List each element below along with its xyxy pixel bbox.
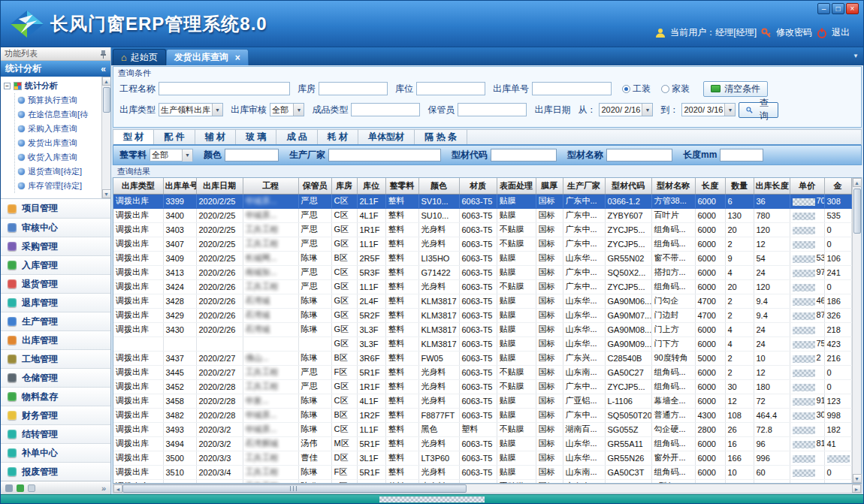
column-header[interactable]: 数量 <box>725 178 754 194</box>
color-input[interactable] <box>225 149 279 161</box>
column-header[interactable]: 库房 <box>331 178 357 194</box>
column-header[interactable]: 保管员 <box>298 178 331 194</box>
column-header[interactable]: 出库单号 <box>163 178 196 194</box>
scroll-down-icon[interactable]: ▼ <box>853 474 862 483</box>
pin-icon[interactable] <box>100 50 107 59</box>
column-header[interactable]: 型材代码 <box>605 178 651 194</box>
query-button[interactable]: 查 询 <box>739 102 778 118</box>
radio-homewear[interactable]: 家装 <box>661 83 690 95</box>
column-header[interactable]: 材质 <box>459 178 497 194</box>
column-header[interactable]: 工程 <box>243 178 298 194</box>
keeper-input[interactable] <box>458 103 527 116</box>
tab-shipping-outbound-query[interactable]: 发货出库查询 × <box>166 49 249 65</box>
sidebar-menu-item[interactable]: 项目管理 <box>1 199 110 218</box>
table-row[interactable]: 调拨出库35122020/3/4工共工程陈琳F区1L2F整料光身料6063-T5… <box>113 479 851 483</box>
table-row[interactable]: G区3L3F整料KLM38176063-T5贴膜国标山东华...GA90M09.… <box>113 337 851 351</box>
material-tab[interactable]: 辅 材 <box>195 130 236 144</box>
radio-workwear[interactable]: 工装 <box>622 83 651 95</box>
scroll-left-icon[interactable]: ◄ <box>113 484 122 493</box>
tab-close-icon[interactable]: × <box>235 53 240 63</box>
material-tab[interactable]: 隔 热 条 <box>415 130 467 144</box>
material-tab[interactable]: 玻 璃 <box>236 130 276 144</box>
project-name-input[interactable] <box>159 82 290 95</box>
column-header[interactable]: 出库日期 <box>196 178 243 194</box>
date-to-picker[interactable]: 2020/ 3/16 ▼ <box>681 103 736 116</box>
table-row[interactable]: 调拨出库35002020/3/3工共工程曹佳D区3L1F整料LT3P606063… <box>113 451 851 465</box>
material-tab[interactable]: 配 件 <box>154 130 195 144</box>
table-scroll-thumb[interactable] <box>853 189 861 234</box>
sidebar-menu-item[interactable]: 退库管理 <box>1 293 110 312</box>
hscroll-thumb[interactable] <box>122 484 467 493</box>
tree-scroll-thumb[interactable] <box>103 87 110 113</box>
table-row[interactable]: 调拨出库34522020/2/28工共工程严思G区1R1F整料光身料6063-T… <box>113 379 851 394</box>
clear-conditions-button[interactable]: 清空条件 <box>703 81 768 97</box>
table-row[interactable]: 调拨出库33992020/2/25华城原...严思C区2L1F整料SV10...… <box>113 194 851 208</box>
sidebar-menu-item[interactable]: 报废管理 <box>1 462 110 481</box>
date-from-picker[interactable]: 2020/ 2/16 ▼ <box>599 103 653 116</box>
footer-window-icon[interactable] <box>28 484 35 492</box>
table-row[interactable]: 调拨出库34132020/2/26南城加...严思C区5R3F整料G714226… <box>113 265 851 279</box>
audit-select[interactable]: 全部 ▼ <box>270 103 304 116</box>
tree-item[interactable]: 发货出库查询 <box>18 136 109 150</box>
warehouse-input[interactable] <box>319 82 388 95</box>
scroll-up-icon[interactable]: ▲ <box>853 178 862 187</box>
table-row[interactable]: 调拨出库34002020/2/25华城原...严思C区4L1F整料SU10...… <box>113 208 851 222</box>
whole-part-select[interactable]: 全部 ▼ <box>150 149 193 161</box>
tree-expander-icon[interactable]: − <box>4 83 11 89</box>
tree-scrollbar[interactable]: ▲ ▼ <box>101 77 110 198</box>
tree-item[interactable]: 退货查询[待定] <box>18 164 109 179</box>
tree-item[interactable]: 在途信息查询[待 <box>18 107 109 122</box>
scroll-up-icon[interactable]: ▲ <box>102 77 111 86</box>
profile-name-input[interactable] <box>606 149 672 161</box>
change-password-link[interactable]: 修改密码 <box>776 26 812 39</box>
table-row[interactable]: 调拨出库34302020/2/26石湾城陈琳G区3L3F整料KLM3817606… <box>113 322 851 337</box>
table-row[interactable]: 调拨出库34582020/2/28华发...陈琳C区4L1F整料光身料6063-… <box>113 394 851 408</box>
column-header[interactable]: 出库长度 <box>754 178 790 194</box>
minimize-button[interactable]: – <box>817 3 830 14</box>
scroll-down-icon[interactable]: ▼ <box>102 189 111 198</box>
column-header[interactable]: 长度 <box>695 178 725 194</box>
column-header[interactable]: 膜厚 <box>536 178 563 194</box>
tab-home[interactable]: ⌂ 起始页 <box>113 49 166 65</box>
table-horizontal-scrollbar[interactable]: ◄ ► <box>113 484 862 493</box>
table-row[interactable]: 调拨出库34282020/2/26石湾城陈琳G区2L4F整料KLM3817606… <box>113 294 851 308</box>
sidebar-menu-item[interactable]: 入库管理 <box>1 255 110 274</box>
sidebar-menu-item[interactable]: 采购管理 <box>1 237 110 255</box>
collapse-button[interactable]: « <box>101 64 106 74</box>
column-header[interactable]: 生产厂家 <box>563 178 605 194</box>
manufacturer-input[interactable] <box>328 149 441 161</box>
maximize-button[interactable]: □ <box>832 3 844 14</box>
material-tab[interactable]: 耗 材 <box>318 130 358 144</box>
table-row[interactable]: 调拨出库34032020/2/25工共工程严思G区1R1F整料光身料6063-T… <box>113 222 851 237</box>
column-header[interactable]: 出库类型 <box>113 178 163 194</box>
logout-button[interactable]: 退出 <box>832 26 850 39</box>
column-header[interactable]: 颜色 <box>418 178 459 194</box>
out-type-select[interactable]: 生产领料出库 ▼ <box>159 103 223 116</box>
tree-item[interactable]: 库存管理[待定] <box>18 179 109 193</box>
material-tab[interactable]: 单体型材 <box>358 130 415 144</box>
table-row[interactable]: 调拨出库34372020/2/27佛山...陈琳B区3R6F整料FW056063… <box>113 351 851 365</box>
sidebar-menu-item[interactable]: 补单中心 <box>1 443 110 462</box>
material-tab[interactable]: 成 品 <box>276 130 317 144</box>
table-row[interactable]: 调拨出库34092020/2/25长城网...陈琳B区2R5F整料LI35HO6… <box>113 251 851 265</box>
column-header[interactable]: 整零料 <box>385 178 418 194</box>
table-row[interactable]: 调拨出库35102020/3/4工共工程陈琳F区5R1F整料光身料6063-T5… <box>113 465 851 479</box>
column-header[interactable]: 表面处理 <box>497 178 536 194</box>
table-row[interactable]: 调拨出库34242020/2/26工共工程严思G区1L1F整料光身料6063-T… <box>113 279 851 294</box>
table-row[interactable]: 调拨出库34942020/3/2石湾辉城汤伟M区5R1F整料光身料6063-T5… <box>113 436 851 451</box>
order-no-input[interactable] <box>532 82 612 95</box>
material-tab[interactable]: 型 材 <box>113 130 154 144</box>
sidebar-menu-item[interactable]: 结转管理 <box>1 424 110 443</box>
location-input[interactable] <box>416 82 485 95</box>
tab-list-caret-icon[interactable]: ▼ <box>853 53 859 59</box>
sidebar-menu-item[interactable]: 物料盘存 <box>1 387 110 406</box>
tree-item[interactable]: 收货入库查询 <box>18 150 109 164</box>
sidebar-menu-item[interactable]: 仓储管理 <box>1 368 110 387</box>
column-header[interactable]: 单价 <box>790 178 824 194</box>
table-row[interactable]: 调拨出库34822020/2/28华城原...陈琳B区1R2F整料F8877FT… <box>113 408 851 422</box>
column-header[interactable]: 型材名称 <box>651 178 695 194</box>
more-arrows-icon[interactable]: » <box>101 484 106 493</box>
close-button[interactable]: × <box>846 3 859 14</box>
footer-panel-icon[interactable] <box>5 484 13 492</box>
table-row[interactable]: 调拨出库34292020/2/26石湾城陈琳G区5R2F整料KLM3817606… <box>113 308 851 322</box>
